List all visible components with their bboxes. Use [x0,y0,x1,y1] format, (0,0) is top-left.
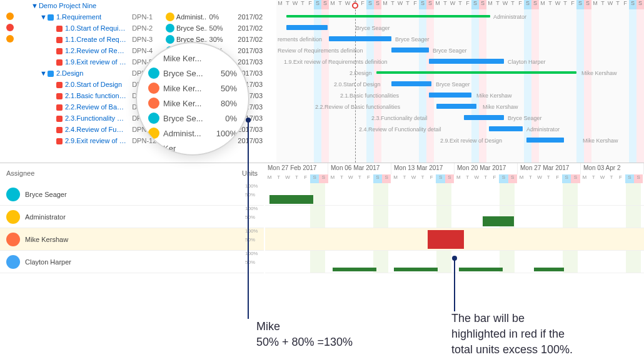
gantt-assignee-label: Mike Kershaw [483,104,518,110]
day-header-cell: F [464,0,471,9]
task-name[interactable]: 2.3.Functionality detail [65,114,129,122]
utilization-row: 100%50% [265,183,644,206]
magnifier-row: Administ...100% [137,126,248,141]
week-header-cell: Mon 03 Apr 2 [581,163,644,174]
task-id: DPN-2 [129,24,163,32]
avatar [148,83,159,94]
day-header-cell: S [479,0,486,9]
avatar [6,188,20,201]
task-name[interactable]: 2.1.Basic functionalities [65,92,129,99]
gantt-task-bar[interactable] [464,115,504,120]
day-header-cell: T [494,0,501,9]
gantt-task-bar[interactable] [429,93,471,98]
avatar [166,24,174,33]
task-name[interactable]: 1.2.Review of Requirem... [65,47,129,54]
assignee-row[interactable]: Administrator [0,206,264,228]
gantt-summary-bar[interactable] [286,15,490,18]
day-header-cell: M [591,0,599,9]
day-header-cell: M [539,0,546,9]
task-name[interactable]: 1.1.Create of Requirem... [65,36,129,43]
scale-label: 50% [245,214,255,220]
day-header-cell: W [449,0,456,9]
scale-label: 50% [245,259,255,265]
gantt-assignee-label: Mike Kershaw [476,93,512,99]
expand-toggle[interactable]: ▼ [31,2,39,9]
day-header-cell: S [471,0,479,9]
warning-icon [6,13,14,20]
task-name[interactable]: Demo Project Nine [39,2,96,9]
task-type-icon [56,93,63,99]
utilization-bar[interactable] [269,195,313,204]
avatar [166,35,174,44]
day-header-cell: T [509,0,516,9]
utilization-bar[interactable] [394,268,438,271]
utilization-bar[interactable] [483,216,514,226]
day-header-cell: S [321,0,329,9]
gantt-assignee-label: Mike Kershaw [583,138,618,144]
day-header-cell: S [576,0,584,9]
task-row[interactable]: 1.0.Start of Requireme... DPN-2 Bryce Se… [0,23,275,34]
gantt-task-bar[interactable] [436,104,476,109]
task-row[interactable]: 1.1.Create of Requirem... DPN-3 Bryce Se… [0,34,275,45]
day-header-cell: F [411,0,419,9]
day-header-cell: T [441,0,449,9]
assignee-row[interactable]: Clayton Harper [0,251,264,273]
task-percent: 50% [207,24,236,32]
day-header-cell: W [396,0,404,9]
day-header-cell: W [501,0,509,9]
gantt-task-label: 1.9.Exit review of Requirements definiti… [284,59,388,65]
warning-icon [6,24,14,31]
warning-icon [6,35,14,43]
task-name[interactable]: 2.0.Start of Design [65,81,122,88]
expand-toggle[interactable]: ▼ [40,69,48,77]
task-row[interactable]: 1.2.Review of Requirem... DPN-4 Bryce Se… [0,45,275,56]
task-type-icon [56,104,63,111]
task-date: 2017/02 [235,24,273,32]
week-header-cell: Mon 27 Feb 2017 [265,163,328,174]
task-row[interactable]: ▼1.Requirement DPN-1 Administ... 0% 2017… [0,11,275,23]
expand-toggle[interactable]: ▼ [40,13,48,21]
gantt-task-bar[interactable] [429,59,504,64]
gantt-task-bar[interactable] [329,36,391,41]
avatar [148,68,159,79]
utilization-bar[interactable] [428,230,464,249]
gantt-assignee-label: Bryce Seager [508,115,542,121]
day-header-cell: M [486,0,494,9]
task-date: 2017/02 [235,13,273,21]
gantt-task-bar[interactable] [489,126,523,131]
task-name[interactable]: 1.9.Exit review of Requi... [65,58,129,66]
day-header-cell: T [284,0,291,9]
task-name[interactable]: 1.Requirement [56,13,101,21]
assignee-row[interactable]: Bryce Seager [0,183,264,206]
magnifier-percent: 50% [212,69,237,78]
day-header-cell: T [614,0,621,9]
day-header-cell: S [374,0,381,9]
gantt-task-bar[interactable] [391,48,429,53]
task-row[interactable]: ▼Demo Project Nine [0,0,275,11]
gantt-task-label: Review of Requirements definition [278,48,363,54]
day-header-cell: F [621,0,629,9]
gantt-task-bar[interactable] [391,81,431,86]
avatar [148,113,159,124]
magnifier-name: Bryce Se... [163,69,212,78]
utilization-bar[interactable] [459,268,503,271]
task-name[interactable]: 2.9.Exit review of Design [65,137,129,144]
day-header-cell: S [314,0,321,9]
assignee-row[interactable]: Mike Kershaw [0,228,264,251]
magnifier-row: Bryce Se...0% [137,111,248,126]
task-name[interactable]: 2.4.Review of Function... [65,126,129,133]
task-name[interactable]: 2.Design [56,69,83,77]
gantt-summary-bar[interactable] [376,71,576,74]
day-header-cell: W [606,0,614,9]
gantt-task-bar[interactable] [286,25,328,30]
gantt-task-label: 2.4.Review of Functionality detail [359,126,441,133]
day-header-cell: S [584,0,591,9]
gantt-task-label: rements definition [278,36,322,43]
assignee-header-name: Assignee [6,169,233,177]
gantt-task-bar[interactable] [526,138,564,143]
utilization-bar[interactable] [333,268,376,271]
task-name[interactable]: 1.0.Start of Requireme... [65,24,129,32]
task-name[interactable]: 2.2.Review of Basic fun... [65,103,129,111]
day-header-cell: S [524,0,531,9]
utilization-bar[interactable] [534,268,564,271]
